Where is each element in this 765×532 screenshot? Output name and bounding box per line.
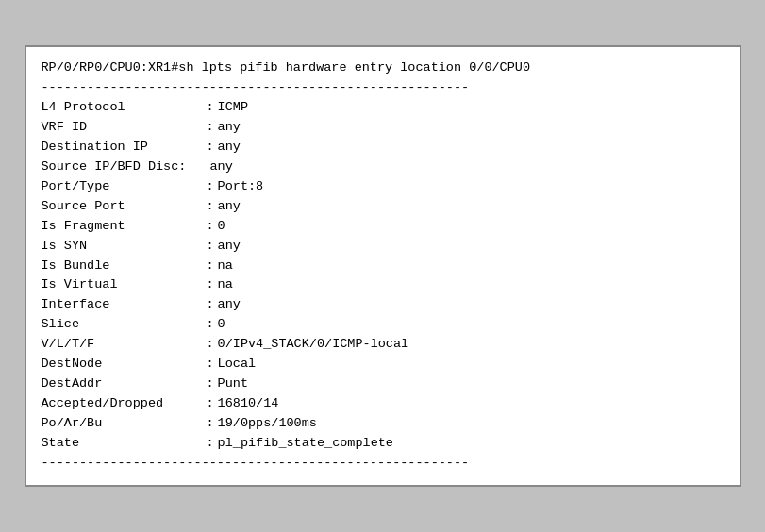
- table-row: L4 Protocol : ICMP: [42, 98, 724, 118]
- row-separator: :: [207, 118, 214, 138]
- row-value: 0: [218, 217, 225, 237]
- table-row: Interface : any: [42, 295, 724, 315]
- table-row: State : pl_pifib_state_complete: [42, 434, 724, 454]
- table-row: Port/Type : Port:8: [42, 177, 724, 197]
- row-value: any: [210, 158, 233, 177]
- table-row: Is Bundle : na: [42, 257, 724, 276]
- divider-top: ----------------------------------------…: [42, 78, 724, 98]
- row-separator: :: [207, 177, 214, 197]
- terminal-output: RP/0/RP0/CPU0:XR1#sh lpts pifib hardware…: [25, 45, 741, 486]
- row-key: Source Port: [42, 197, 207, 217]
- row-key: Accepted/Dropped: [42, 394, 207, 414]
- row-separator: :: [207, 434, 214, 454]
- table-row: Source Port : any: [42, 197, 724, 217]
- row-key: Source IP/BFD Disc:: [42, 158, 207, 177]
- prompt-line: RP/0/RP0/CPU0:XR1#sh lpts pifib hardware…: [42, 58, 724, 78]
- row-value: any: [218, 138, 241, 158]
- row-separator: :: [207, 217, 214, 237]
- row-separator: :: [207, 275, 214, 295]
- row-key: DestAddr: [42, 374, 207, 394]
- row-value: any: [218, 118, 241, 138]
- row-separator: :: [207, 414, 214, 434]
- row-key: Interface: [42, 295, 207, 315]
- row-separator: :: [207, 394, 214, 414]
- table-row: Source IP/BFD Disc: any: [42, 158, 724, 177]
- row-value: 16810/14: [218, 394, 279, 414]
- row-key: Is Virtual: [42, 275, 207, 295]
- row-key: Destination IP: [42, 138, 207, 158]
- row-value: 19/0pps/100ms: [218, 414, 317, 434]
- divider-bottom: ----------------------------------------…: [42, 454, 724, 474]
- row-key: L4 Protocol: [42, 98, 207, 118]
- row-value: Port:8: [218, 177, 264, 197]
- row-key: Is SYN: [42, 237, 207, 257]
- row-value: pl_pifib_state_complete: [218, 434, 393, 454]
- row-value: na: [218, 275, 233, 295]
- table-row: DestNode : Local: [42, 355, 724, 374]
- table-row: VRF ID : any: [42, 118, 724, 138]
- table-row: Is SYN : any: [42, 237, 724, 257]
- table-row: Slice : 0: [42, 315, 724, 335]
- table-row: Is Fragment : 0: [42, 217, 724, 237]
- row-separator: :: [207, 355, 214, 374]
- row-value: 0: [218, 315, 225, 335]
- row-value: 0/IPv4_STACK/0/ICMP-local: [218, 335, 409, 355]
- row-key: V/L/T/F: [42, 335, 207, 355]
- row-value: any: [218, 295, 241, 315]
- row-key: Is Bundle: [42, 257, 207, 276]
- row-separator: :: [207, 315, 214, 335]
- row-separator: :: [207, 374, 214, 394]
- row-key: Slice: [42, 315, 207, 335]
- row-separator: :: [207, 295, 214, 315]
- row-key: Po/Ar/Bu: [42, 414, 207, 434]
- table-row: V/L/T/F : 0/IPv4_STACK/0/ICMP-local: [42, 335, 724, 355]
- row-key: Is Fragment: [42, 217, 207, 237]
- row-value: any: [218, 197, 241, 217]
- row-separator: :: [207, 335, 214, 355]
- table-row: DestAddr : Punt: [42, 374, 724, 394]
- table-row: Accepted/Dropped : 16810/14: [42, 394, 724, 414]
- row-key: State: [42, 434, 207, 454]
- row-value: ICMP: [218, 98, 248, 118]
- row-separator: :: [207, 138, 214, 158]
- row-key: Port/Type: [42, 177, 207, 197]
- row-value: Punt: [218, 374, 248, 394]
- table-row: Po/Ar/Bu : 19/0pps/100ms: [42, 414, 724, 434]
- table-row: Is Virtual : na: [42, 275, 724, 295]
- row-separator: :: [207, 237, 214, 257]
- row-value: any: [218, 237, 241, 257]
- row-value: Local: [218, 355, 257, 374]
- row-key: DestNode: [42, 355, 207, 374]
- row-key: VRF ID: [42, 118, 207, 138]
- row-value: na: [218, 257, 233, 276]
- row-separator: :: [207, 197, 214, 217]
- table-row: Destination IP : any: [42, 138, 724, 158]
- row-separator: :: [207, 257, 214, 276]
- row-separator: :: [207, 98, 214, 118]
